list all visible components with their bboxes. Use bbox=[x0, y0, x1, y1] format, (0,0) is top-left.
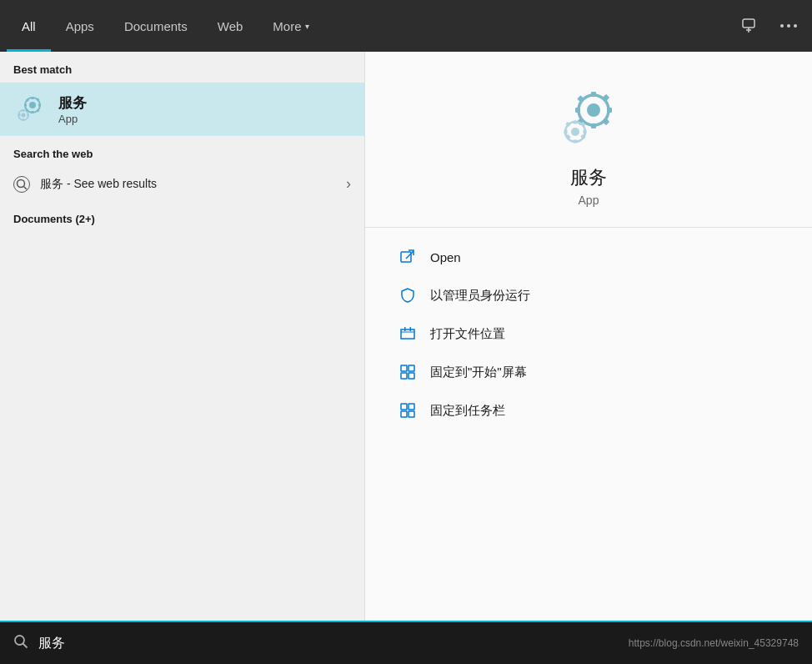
chevron-right-icon: › bbox=[346, 175, 351, 193]
app-detail-subtitle: App bbox=[579, 194, 599, 207]
documents-label: Documents (2+) bbox=[0, 201, 364, 232]
svg-rect-52 bbox=[401, 404, 407, 410]
svg-rect-39 bbox=[584, 130, 587, 134]
app-large-icon bbox=[555, 85, 622, 152]
file-location-icon bbox=[400, 326, 415, 341]
more-options-button[interactable] bbox=[772, 18, 805, 34]
person-icon bbox=[740, 18, 757, 34]
tab-web[interactable]: Web bbox=[203, 0, 258, 52]
search-query-display[interactable]: 服务 bbox=[38, 635, 619, 652]
action-open-label: Open bbox=[430, 250, 461, 264]
shield-icon bbox=[398, 286, 417, 304]
app-detail-header: 服务 App bbox=[365, 52, 812, 228]
open-external-icon bbox=[400, 249, 415, 264]
svg-rect-19 bbox=[23, 119, 25, 121]
svg-rect-28 bbox=[575, 108, 580, 113]
action-admin-label: 以管理员身份运行 bbox=[430, 288, 530, 304]
svg-rect-36 bbox=[574, 121, 578, 124]
tab-more[interactable]: More ▾ bbox=[258, 0, 323, 52]
svg-rect-27 bbox=[591, 123, 596, 128]
search-url: https://blog.csdn.net/weixin_45329748 bbox=[629, 637, 799, 649]
svg-point-5 bbox=[794, 24, 797, 28]
svg-line-57 bbox=[23, 643, 28, 647]
svg-rect-50 bbox=[401, 373, 407, 379]
action-run-as-admin[interactable]: 以管理员身份运行 bbox=[365, 276, 812, 314]
svg-point-35 bbox=[571, 128, 579, 136]
tab-bar-actions bbox=[732, 0, 805, 52]
best-match-subtitle: App bbox=[58, 113, 87, 125]
ellipsis-icon bbox=[780, 24, 797, 28]
web-search-query: 服务 - See web results bbox=[40, 177, 336, 192]
services-gear-icon-large bbox=[555, 85, 622, 152]
services-app-icon-small bbox=[14, 93, 46, 125]
action-open[interactable]: Open bbox=[365, 238, 812, 276]
svg-rect-37 bbox=[574, 140, 578, 143]
svg-rect-9 bbox=[32, 111, 34, 113]
svg-point-25 bbox=[587, 103, 600, 117]
taskbar-icon bbox=[398, 401, 417, 420]
action-file-location-label: 打开文件位置 bbox=[430, 326, 505, 342]
best-match-title: 服务 bbox=[58, 93, 87, 113]
person-icon-button[interactable] bbox=[732, 11, 765, 41]
tab-documents-label: Documents bbox=[124, 19, 188, 33]
tab-apps[interactable]: Apps bbox=[51, 0, 109, 52]
search-bar: 服务 https://blog.csdn.net/weixin_45329748 bbox=[0, 621, 812, 664]
best-match-text: 服务 App bbox=[58, 93, 87, 125]
tab-bar: All Apps Documents Web More ▾ bbox=[0, 0, 812, 52]
action-list: Open 以管理员身份运行 bbox=[365, 228, 812, 440]
svg-rect-21 bbox=[28, 114, 29, 117]
svg-rect-49 bbox=[409, 365, 414, 371]
svg-rect-26 bbox=[591, 92, 596, 97]
svg-point-4 bbox=[787, 24, 790, 28]
svg-rect-0 bbox=[743, 19, 754, 28]
best-match-label: Best match bbox=[0, 52, 364, 83]
svg-rect-20 bbox=[19, 114, 21, 117]
svg-rect-11 bbox=[38, 104, 41, 107]
tab-all-label: All bbox=[22, 19, 36, 33]
svg-rect-8 bbox=[32, 97, 34, 99]
tab-documents[interactable]: Documents bbox=[109, 0, 203, 52]
web-search-item[interactable]: 服务 - See web results › bbox=[0, 167, 364, 201]
chevron-down-icon: ▾ bbox=[305, 22, 309, 31]
svg-rect-44 bbox=[401, 252, 411, 262]
svg-rect-53 bbox=[409, 404, 414, 410]
app-detail-title: 服务 bbox=[570, 165, 607, 190]
svg-rect-10 bbox=[24, 104, 27, 107]
tab-web-label: Web bbox=[218, 19, 243, 33]
svg-rect-55 bbox=[409, 411, 414, 417]
svg-point-56 bbox=[15, 636, 24, 645]
main-content: Best match bbox=[0, 52, 812, 621]
folder-icon bbox=[398, 324, 417, 343]
svg-rect-38 bbox=[564, 130, 568, 134]
action-open-file-location[interactable]: 打开文件位置 bbox=[365, 314, 812, 353]
tab-all[interactable]: All bbox=[7, 0, 51, 52]
tab-more-label: More bbox=[273, 19, 301, 33]
tab-apps-label: Apps bbox=[66, 19, 94, 33]
svg-rect-51 bbox=[409, 373, 414, 379]
open-icon bbox=[398, 248, 417, 266]
search-icon bbox=[16, 179, 28, 190]
action-pin-taskbar[interactable]: 固定到任务栏 bbox=[365, 391, 812, 430]
app-icon bbox=[13, 93, 47, 126]
search-bar-icon bbox=[13, 634, 28, 653]
svg-point-3 bbox=[780, 24, 784, 28]
search-query-text: 服务 bbox=[40, 177, 63, 190]
action-pin-start-label: 固定到"开始"屏幕 bbox=[430, 365, 527, 380]
left-panel: Best match bbox=[0, 52, 364, 621]
right-panel: 服务 App Open bbox=[364, 52, 812, 621]
run-as-admin-icon bbox=[400, 288, 415, 303]
search-magnifier-icon bbox=[13, 634, 28, 649]
svg-point-22 bbox=[18, 179, 25, 187]
search-circle-icon bbox=[13, 176, 30, 193]
svg-rect-18 bbox=[23, 110, 25, 112]
svg-rect-48 bbox=[401, 365, 407, 371]
svg-point-17 bbox=[22, 113, 26, 118]
svg-rect-47 bbox=[410, 327, 412, 331]
pin-start-icon bbox=[398, 363, 417, 381]
action-pin-start[interactable]: 固定到"开始"屏幕 bbox=[365, 353, 812, 391]
best-match-item[interactable]: 服务 App bbox=[0, 83, 364, 136]
pin-to-start-icon bbox=[400, 365, 415, 380]
svg-line-23 bbox=[24, 186, 28, 189]
svg-rect-29 bbox=[607, 108, 612, 113]
action-pin-taskbar-label: 固定到任务栏 bbox=[430, 403, 505, 419]
